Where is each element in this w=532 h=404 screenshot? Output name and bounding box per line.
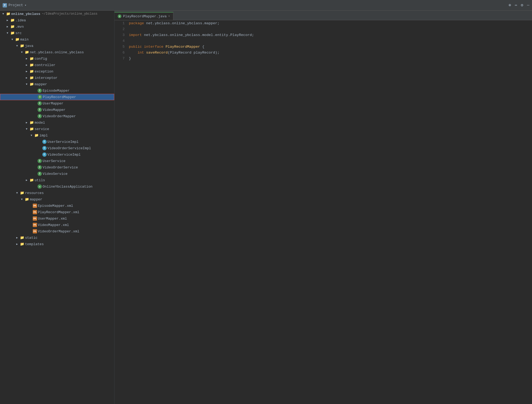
sidebar-item-app[interactable]: ✿ OnlineYbclassApplication: [0, 183, 114, 190]
main-arrow: [10, 37, 14, 42]
config-label: config: [35, 57, 47, 61]
tab-playrecordmapper[interactable]: I PlayRecordMapper.java ×: [114, 12, 173, 20]
mvn-arrow: [5, 25, 10, 29]
tab-close-button[interactable]: ×: [168, 15, 170, 18]
model-folder-icon: 📁: [30, 120, 34, 125]
playrecord-xml-label: PlayRecordMapper.xml: [38, 210, 79, 214]
static-folder-icon: 📁: [20, 236, 24, 240]
java-arrow: [15, 44, 19, 48]
code-line-4: 4: [114, 39, 532, 45]
line-number-2: 2: [114, 27, 128, 31]
sidebar-item-resources[interactable]: 📁 resources: [0, 190, 114, 196]
sidebar-item-controller[interactable]: 📁 controller: [0, 62, 114, 68]
videoorderserviceimpl-label: VideoOrderServiceImpl: [47, 146, 91, 150]
tab-bar: I PlayRecordMapper.java ×: [114, 11, 532, 20]
sidebar-item-src[interactable]: 📁 src: [0, 30, 114, 36]
src-label: src: [15, 31, 22, 35]
sidebar-item-playrecord-mapper[interactable]: I PlayRecordMapper: [0, 94, 114, 100]
sidebar-item-video-xml[interactable]: XML VideoMapper.xml: [0, 222, 114, 228]
videoorderserviceimpl-icon: C: [42, 146, 47, 150]
userservice-label: UserService: [43, 159, 66, 163]
sidebar-item-main[interactable]: 📁 main: [0, 36, 114, 43]
line-number-1: 1: [114, 21, 128, 25]
project-sidebar[interactable]: 📁 online_ybclass ~/IdeaProjects/online_y…: [0, 11, 114, 404]
playrecord-mapper-label: PlayRecordMapper: [43, 95, 76, 99]
sidebar-item-videoorder-xml[interactable]: XML VideoOrderMapper.xml: [0, 228, 114, 235]
resources-folder-icon: 📁: [20, 191, 24, 195]
globe-icon[interactable]: ⊕: [509, 3, 511, 8]
root-label: online_ybclass: [11, 12, 40, 16]
videoorder-xml-icon: XML: [33, 229, 37, 233]
videoservice-label: VideoService: [43, 172, 68, 176]
service-folder-icon: 📁: [30, 127, 34, 131]
code-line-7: 7 }: [114, 56, 532, 62]
settings-icon[interactable]: ⚙: [521, 3, 523, 8]
sidebar-item-episode-mapper[interactable]: I EpisodeMapper: [0, 87, 114, 94]
sidebar-item-model[interactable]: 📁 model: [0, 119, 114, 126]
sidebar-item-videoservice[interactable]: I VideoService: [0, 171, 114, 177]
videoorder-mapper-icon: I: [38, 114, 42, 118]
dropdown-icon[interactable]: ▾: [25, 3, 27, 7]
split-icon[interactable]: ⇔: [515, 3, 517, 8]
sidebar-item-episode-xml[interactable]: XML EpisodeMapper.xml: [0, 203, 114, 209]
sidebar-item-package[interactable]: 📁 net.ybclass.online_ybclass: [0, 49, 114, 55]
userservice-icon: I: [38, 159, 42, 163]
code-line-5: 5 public interface PlayRecordMapper {: [114, 45, 532, 51]
mvn-folder-icon: 📁: [10, 25, 15, 29]
videoorder-mapper-label: VideoOrderMapper: [43, 114, 76, 118]
sidebar-item-exception[interactable]: 📁 exception: [0, 68, 114, 75]
main-label: main: [20, 38, 28, 42]
code-editor[interactable]: 1 package net.ybclass.online_ybclass.map…: [114, 20, 532, 404]
code-line-2: 2: [114, 27, 532, 33]
sidebar-item-utils[interactable]: 📁 utils: [0, 177, 114, 183]
playrecord-mapper-icon: I: [38, 95, 42, 99]
sidebar-item-videoorder-mapper[interactable]: I VideoOrderMapper: [0, 113, 114, 119]
sidebar-item-impl[interactable]: 📁 impl: [0, 132, 114, 139]
line-content-1: package net.ybclass.online_ybclass.mappe…: [128, 21, 532, 25]
videoorderservice-icon: I: [38, 165, 42, 169]
sidebar-item-mapper[interactable]: 📁 mapper: [0, 81, 114, 87]
project-title[interactable]: P Project ▾: [3, 3, 26, 7]
minimize-icon[interactable]: —: [527, 3, 529, 7]
idea-label: .idea: [15, 18, 26, 22]
sidebar-item-videoorderservice[interactable]: I VideoOrderService: [0, 164, 114, 171]
exception-folder-icon: 📁: [30, 69, 34, 74]
videoorder-xml-label: VideoOrderMapper.xml: [38, 229, 79, 233]
line-content-7: }: [128, 56, 532, 60]
impl-folder-icon: 📁: [34, 133, 39, 138]
sidebar-item-static[interactable]: 📁 static: [0, 235, 114, 241]
sidebar-item-user-mapper[interactable]: I UserMapper: [0, 100, 114, 107]
sidebar-item-service[interactable]: 📁 service: [0, 126, 114, 132]
idea-folder-icon: 📁: [10, 18, 15, 22]
sidebar-item-templates[interactable]: 📁 templates: [0, 241, 114, 247]
sidebar-item-user-xml[interactable]: XML UserMapper.xml: [0, 215, 114, 222]
sidebar-item-mapper-resources[interactable]: 📁 mapper: [0, 196, 114, 203]
sidebar-item-config[interactable]: 📁 config: [0, 55, 114, 62]
java-folder-icon: 📁: [20, 44, 24, 48]
episode-mapper-label: EpisodeMapper: [43, 89, 69, 93]
sidebar-item-idea[interactable]: 📁 .idea: [0, 17, 114, 23]
sidebar-item-video-mapper[interactable]: I VideoMapper: [0, 107, 114, 113]
static-label: static: [25, 236, 38, 240]
tree-root[interactable]: 📁 online_ybclass ~/IdeaProjects/online_y…: [0, 11, 114, 17]
code-line-3: 3 import net.ybclass.online_ybclass.mode…: [114, 33, 532, 39]
controller-label: controller: [35, 63, 55, 67]
static-arrow: [15, 236, 19, 240]
sidebar-item-videoorderserviceimpl[interactable]: C VideoOrderServiceImpl: [0, 145, 114, 151]
mapper-folder-icon: 📁: [30, 82, 34, 86]
sidebar-item-interceptor[interactable]: 📁 interceptor: [0, 75, 114, 81]
title-bar: P Project ▾ ⊕ ⇔ ⚙ —: [0, 0, 532, 11]
sidebar-item-playrecord-xml[interactable]: XML PlayRecordMapper.xml: [0, 209, 114, 215]
impl-label: impl: [39, 134, 48, 138]
sidebar-item-userserviceimpl[interactable]: C UserServiceImpl: [0, 139, 114, 145]
sidebar-item-mvn[interactable]: 📁 .mvn: [0, 23, 114, 30]
sidebar-item-userservice[interactable]: I UserService: [0, 158, 114, 164]
exception-label: exception: [35, 70, 53, 74]
user-xml-label: UserMapper.xml: [38, 217, 67, 221]
line-number-6: 6: [114, 51, 128, 55]
line-number-4: 4: [114, 39, 128, 43]
service-arrow: [24, 127, 29, 131]
src-arrow: [5, 31, 10, 35]
sidebar-item-java[interactable]: 📁 java: [0, 43, 114, 49]
sidebar-item-videoserviceimpl[interactable]: C VideoServiceImpl: [0, 151, 114, 158]
